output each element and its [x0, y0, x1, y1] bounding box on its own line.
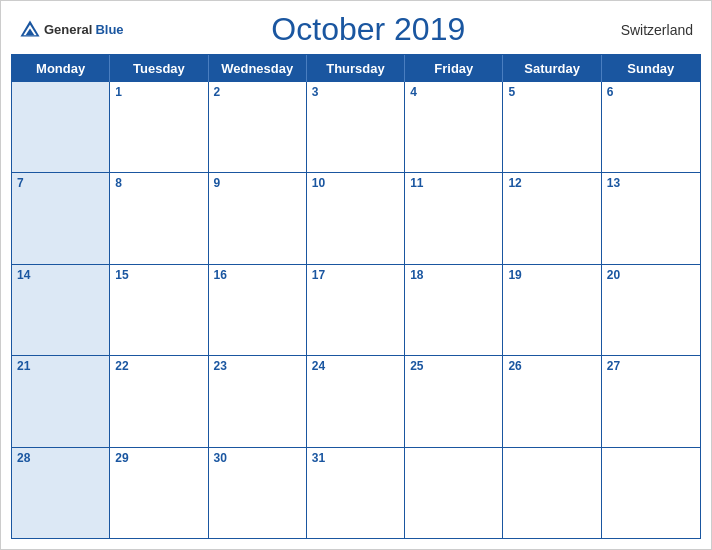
calendar-cell: 25 — [405, 356, 503, 446]
calendar-cell: 14 — [12, 265, 110, 355]
calendar-week-5: 28293031 — [12, 447, 700, 538]
day-number: 28 — [17, 451, 104, 465]
day-number: 9 — [214, 176, 301, 190]
logo-blue-text: Blue — [95, 22, 123, 37]
day-number: 19 — [508, 268, 595, 282]
day-number: 20 — [607, 268, 695, 282]
calendar-cell: 24 — [307, 356, 405, 446]
header-cell-wednesday: Wednesday — [209, 55, 307, 82]
day-number: 1 — [115, 85, 202, 99]
calendar-cell: 13 — [602, 173, 700, 263]
calendar-cell: 12 — [503, 173, 601, 263]
day-number: 15 — [115, 268, 202, 282]
header-cell-saturday: Saturday — [503, 55, 601, 82]
calendar-cell: 31 — [307, 448, 405, 538]
header-cell-monday: Monday — [12, 55, 110, 82]
day-number: 21 — [17, 359, 104, 373]
calendar-cell: 4 — [405, 82, 503, 172]
day-number: 24 — [312, 359, 399, 373]
calendar-week-3: 14151617181920 — [12, 264, 700, 355]
calendar-cell: 28 — [12, 448, 110, 538]
calendar-cell: 10 — [307, 173, 405, 263]
calendar-cell: 19 — [503, 265, 601, 355]
calendar-page: General Blue October 2019 Switzerland Mo… — [0, 0, 712, 550]
day-number: 7 — [17, 176, 104, 190]
day-number: 16 — [214, 268, 301, 282]
calendar-cell — [503, 448, 601, 538]
day-number: 23 — [214, 359, 301, 373]
calendar-cell: 1 — [110, 82, 208, 172]
day-number: 29 — [115, 451, 202, 465]
calendar-cell: 27 — [602, 356, 700, 446]
header-cell-tuesday: Tuesday — [110, 55, 208, 82]
day-number: 17 — [312, 268, 399, 282]
month-title: October 2019 — [124, 11, 613, 48]
day-number: 6 — [607, 85, 695, 99]
calendar-cell — [12, 82, 110, 172]
day-number: 30 — [214, 451, 301, 465]
day-number: 25 — [410, 359, 497, 373]
page-header: General Blue October 2019 Switzerland — [1, 1, 711, 54]
day-number: 22 — [115, 359, 202, 373]
calendar-cell: 7 — [12, 173, 110, 263]
day-number: 18 — [410, 268, 497, 282]
day-number: 13 — [607, 176, 695, 190]
logo-general-text: General — [44, 22, 92, 37]
day-number: 12 — [508, 176, 595, 190]
day-number: 2 — [214, 85, 301, 99]
calendar-cell: 2 — [209, 82, 307, 172]
calendar-cell: 9 — [209, 173, 307, 263]
calendar-cell: 29 — [110, 448, 208, 538]
country-label: Switzerland — [613, 22, 693, 38]
calendar-cell: 23 — [209, 356, 307, 446]
header-cell-thursday: Thursday — [307, 55, 405, 82]
calendar-cell: 16 — [209, 265, 307, 355]
calendar-cell: 3 — [307, 82, 405, 172]
logo: General Blue — [19, 19, 124, 41]
calendar-cell: 17 — [307, 265, 405, 355]
day-number: 5 — [508, 85, 595, 99]
calendar-body: 1234567891011121314151617181920212223242… — [12, 82, 700, 538]
day-number: 3 — [312, 85, 399, 99]
calendar-cell: 26 — [503, 356, 601, 446]
calendar-cell: 22 — [110, 356, 208, 446]
day-number: 10 — [312, 176, 399, 190]
calendar-cell: 11 — [405, 173, 503, 263]
calendar-cell: 15 — [110, 265, 208, 355]
calendar-week-4: 21222324252627 — [12, 355, 700, 446]
calendar-cell: 5 — [503, 82, 601, 172]
day-number: 27 — [607, 359, 695, 373]
calendar-week-1: 123456 — [12, 82, 700, 172]
calendar-cell — [602, 448, 700, 538]
calendar-cell: 6 — [602, 82, 700, 172]
day-number: 11 — [410, 176, 497, 190]
day-number: 4 — [410, 85, 497, 99]
calendar-cell: 30 — [209, 448, 307, 538]
day-number: 14 — [17, 268, 104, 282]
calendar-cell — [405, 448, 503, 538]
calendar-header: MondayTuesdayWednesdayThursdayFridaySatu… — [12, 55, 700, 82]
calendar-cell: 8 — [110, 173, 208, 263]
header-cell-friday: Friday — [405, 55, 503, 82]
calendar-week-2: 78910111213 — [12, 172, 700, 263]
general-blue-icon — [19, 19, 41, 41]
day-number: 31 — [312, 451, 399, 465]
calendar-grid: MondayTuesdayWednesdayThursdayFridaySatu… — [11, 54, 701, 539]
calendar-cell: 21 — [12, 356, 110, 446]
day-number: 8 — [115, 176, 202, 190]
calendar-cell: 20 — [602, 265, 700, 355]
header-cell-sunday: Sunday — [602, 55, 700, 82]
calendar-cell: 18 — [405, 265, 503, 355]
day-number: 26 — [508, 359, 595, 373]
